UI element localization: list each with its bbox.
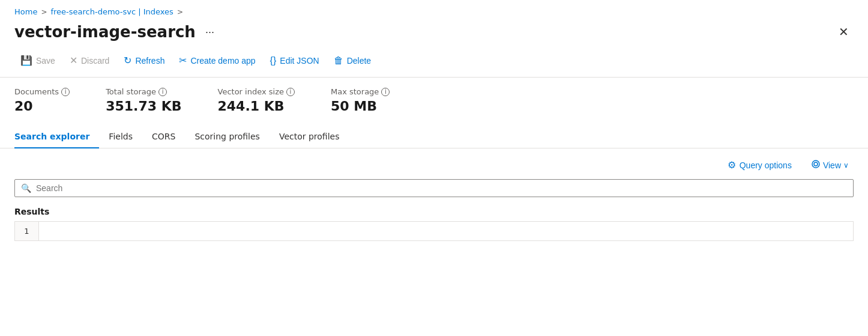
breadcrumb: Home > free-search-demo-svc | Indexes > [0, 0, 868, 20]
refresh-button[interactable]: ↻ Refresh [118, 51, 170, 70]
chevron-down-icon: ∨ [843, 161, 849, 170]
stat-total-storage-label: Total storage i [106, 87, 181, 96]
svg-point-1 [814, 162, 818, 166]
stats-row: Documents i 20 Total storage i 351.73 KB… [0, 78, 868, 126]
delete-label: Delete [347, 56, 371, 66]
documents-info-icon[interactable]: i [61, 88, 70, 96]
view-label: View [823, 160, 841, 170]
query-options-label: Query options [740, 160, 792, 170]
search-bar: 🔍 [14, 179, 854, 197]
create-demo-label: Create demo app [190, 56, 255, 66]
results-table: 1 [14, 221, 854, 241]
discard-icon: ✕ [70, 55, 77, 66]
page-title: vector-image-search [14, 23, 196, 41]
table-row: 1 [15, 222, 854, 241]
save-button[interactable]: 💾 Save [14, 51, 61, 70]
page-container: Home > free-search-demo-svc | Indexes > … [0, 0, 868, 241]
stat-vector-index-size-value: 244.1 KB [218, 99, 295, 114]
gear-icon: ⚙ [728, 159, 736, 171]
stat-documents: Documents i 20 [14, 87, 70, 114]
stat-total-storage-value: 351.73 KB [106, 99, 181, 114]
delete-icon: 🗑 [334, 55, 343, 66]
tab-search-explorer[interactable]: Search explorer [14, 126, 99, 148]
stat-max-storage: Max storage i 50 MB [331, 87, 390, 114]
discard-button[interactable]: ✕ Discard [64, 51, 115, 70]
svg-point-0 [812, 160, 819, 168]
row-number: 1 [15, 222, 39, 241]
save-icon: 💾 [20, 55, 32, 66]
demo-icon: ✂ [179, 55, 187, 66]
tab-fields[interactable]: Fields [99, 126, 142, 148]
title-left: vector-image-search ··· [14, 23, 218, 41]
delete-button[interactable]: 🗑 Delete [328, 52, 377, 70]
refresh-icon: ↻ [124, 55, 131, 66]
title-row: vector-image-search ··· ✕ [0, 20, 868, 51]
view-icon [811, 159, 821, 171]
max-storage-info-icon[interactable]: i [381, 88, 390, 96]
breadcrumb-sep1: > [41, 8, 47, 16]
view-button[interactable]: View ∨ [806, 157, 854, 173]
query-options-button[interactable]: ⚙ Query options [723, 157, 797, 173]
stat-max-storage-value: 50 MB [331, 99, 390, 114]
tab-cors[interactable]: CORS [142, 126, 185, 148]
stat-vector-index-size: Vector index size i 244.1 KB [218, 87, 295, 114]
edit-json-button[interactable]: {} Edit JSON [264, 52, 325, 70]
ellipsis-button[interactable]: ··· [202, 25, 218, 40]
stat-total-storage: Total storage i 351.73 KB [106, 87, 181, 114]
total-storage-info-icon[interactable]: i [158, 88, 167, 96]
breadcrumb-service[interactable]: free-search-demo-svc | Indexes [50, 7, 173, 16]
save-label: Save [36, 56, 55, 66]
query-options-row: ⚙ Query options View ∨ [14, 148, 854, 179]
tab-scoring-profiles[interactable]: Scoring profiles [185, 126, 270, 148]
search-icon: 🔍 [21, 183, 31, 193]
stat-vector-index-size-label: Vector index size i [218, 87, 295, 96]
stat-documents-label: Documents i [14, 87, 70, 96]
results-section: Results 1 [14, 207, 854, 241]
edit-json-label: Edit JSON [280, 56, 319, 66]
json-icon: {} [270, 55, 277, 66]
breadcrumb-sep2: > [177, 8, 183, 16]
breadcrumb-home[interactable]: Home [14, 7, 37, 16]
discard-label: Discard [81, 56, 109, 66]
vector-index-size-info-icon[interactable]: i [286, 88, 295, 96]
close-button[interactable]: ✕ [834, 22, 854, 41]
results-label: Results [14, 207, 854, 216]
search-input[interactable] [36, 183, 847, 193]
tabs: Search explorer Fields CORS Scoring prof… [0, 126, 868, 148]
tab-vector-profiles[interactable]: Vector profiles [270, 126, 349, 148]
create-demo-app-button[interactable]: ✂ Create demo app [173, 51, 261, 70]
main-content: ⚙ Query options View ∨ 🔍 Results [0, 148, 868, 241]
toolbar: 💾 Save ✕ Discard ↻ Refresh ✂ Create demo… [0, 51, 868, 78]
stat-max-storage-label: Max storage i [331, 87, 390, 96]
refresh-label: Refresh [135, 56, 164, 66]
row-content [39, 222, 854, 241]
stat-documents-value: 20 [14, 99, 70, 114]
